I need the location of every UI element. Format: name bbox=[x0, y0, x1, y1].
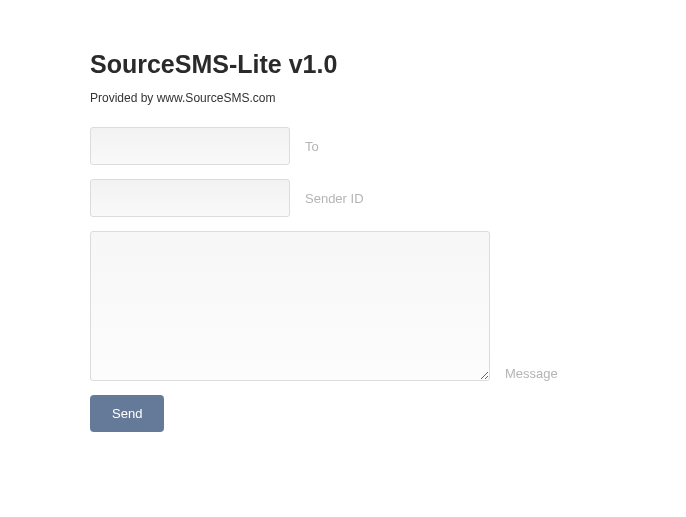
page-subtitle: Provided by www.SourceSMS.com bbox=[90, 91, 686, 105]
sender-id-input[interactable] bbox=[90, 179, 290, 217]
sender-id-label: Sender ID bbox=[305, 191, 364, 206]
to-label: To bbox=[305, 139, 319, 154]
message-label: Message bbox=[505, 366, 558, 381]
to-input[interactable] bbox=[90, 127, 290, 165]
page-title: SourceSMS-Lite v1.0 bbox=[90, 50, 686, 79]
message-input[interactable] bbox=[90, 231, 490, 381]
send-button[interactable]: Send bbox=[90, 395, 164, 432]
